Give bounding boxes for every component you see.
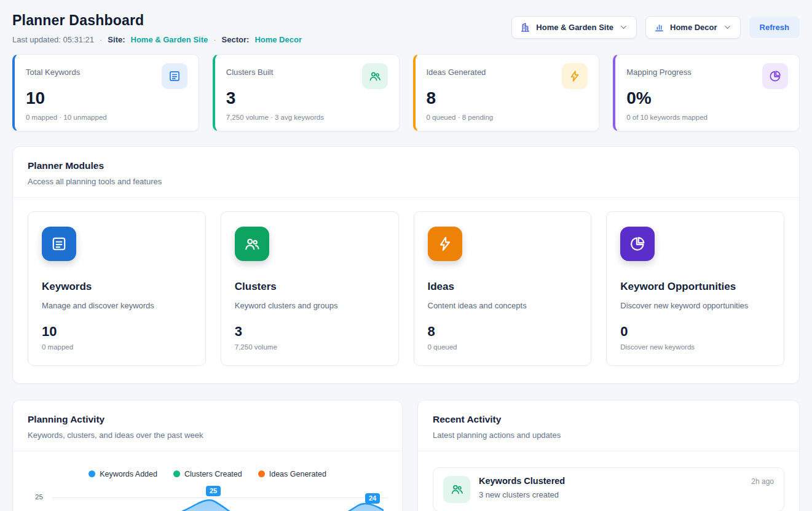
legend-dot-blue: [89, 470, 95, 477]
stat-card-clusters-built[interactable]: Clusters Built 3 7,250 volume · 3 avg ke…: [213, 54, 400, 131]
legend-item-keywords-added[interactable]: Keywords Added: [89, 470, 157, 478]
module-sublabel: 7,250 volume: [235, 343, 385, 351]
card-head: Planning Activity Keywords, clusters, an…: [13, 400, 402, 451]
header-meta: Last updated: 05:31:21 · Site: Home & Ga…: [12, 35, 302, 44]
planner-dashboard-page: Planner Dashboard Last updated: 05:31:21…: [0, 0, 812, 511]
stat-label: Ideas Generated: [427, 63, 486, 77]
meta-separator: ·: [100, 35, 102, 44]
activity-text: Keywords Clustered 3 new clusters create…: [479, 476, 565, 499]
module-value: 8: [428, 324, 578, 340]
activity-item-detail: 3 new clusters created: [479, 490, 565, 499]
refresh-button[interactable]: Refresh: [749, 17, 800, 38]
stat-label: Mapping Progress: [626, 63, 692, 77]
stat-top: Total Keywords: [26, 63, 187, 89]
people-group-icon: [235, 227, 269, 261]
recent-activity-card: Recent Activity Latest planning actions …: [417, 400, 800, 511]
legend-dot-green: [173, 470, 180, 477]
module-card-ideas[interactable]: Ideas Content ideas and concepts 8 0 que…: [414, 211, 592, 366]
stat-label: Clusters Built: [226, 63, 274, 77]
stats-row: Total Keywords 10 0 mapped · 10 unmapped…: [12, 54, 800, 131]
legend-label: Ideas Generated: [269, 470, 326, 478]
stat-card-ideas-generated[interactable]: Ideas Generated 8 0 queued · 8 pending: [413, 54, 600, 131]
activity-item-timestamp: 2h ago: [751, 476, 774, 486]
card-subtitle: Keywords, clusters, and ideas over the p…: [28, 431, 387, 440]
planner-modules-panel: Planner Modules Access all planning tool…: [12, 146, 800, 384]
sector-selector-value: Home Decor: [670, 23, 717, 32]
bottom-row: Planning Activity Keywords, clusters, an…: [12, 400, 800, 511]
stat-value: 3: [226, 89, 388, 108]
module-description: Keyword clusters and groups: [235, 301, 385, 310]
page-title: Planner Dashboard: [12, 12, 302, 29]
stat-detail: 0 queued · 8 pending: [427, 114, 588, 121]
module-sublabel: 0 mapped: [42, 343, 192, 351]
module-title: Clusters: [235, 281, 385, 293]
stat-top: Mapping Progress: [626, 63, 788, 89]
site-link[interactable]: Home & Garden Site: [131, 35, 208, 44]
module-description: Discover new keyword opportunities: [620, 301, 770, 310]
sector-link[interactable]: Home Decor: [254, 35, 302, 44]
y-axis-tick: 25: [35, 493, 43, 501]
panel-subtitle: Access all planning tools and features: [28, 177, 784, 186]
module-value: 10: [42, 324, 192, 340]
panel-title: Planner Modules: [28, 160, 784, 171]
lightning-bolt-icon: [428, 227, 462, 261]
site-selector-value: Home & Garden Site: [536, 23, 613, 32]
module-sublabel: Discover new keywords: [620, 343, 770, 351]
legend-dot-orange: [258, 470, 265, 477]
card-title: Planning Activity: [28, 414, 387, 425]
header-controls: Home & Garden Site Home Decor Refresh: [511, 16, 800, 39]
pie-chart-icon: [620, 227, 655, 261]
data-point-label: 24: [365, 493, 380, 504]
stat-card-mapping-progress[interactable]: Mapping Progress 0% 0 of 10 keywords map…: [613, 54, 800, 131]
stat-value: 8: [427, 89, 588, 108]
building-icon: [520, 22, 530, 33]
planning-activity-card: Planning Activity Keywords, clusters, an…: [12, 400, 403, 511]
panel-head: Planner Modules Access all planning tool…: [13, 147, 799, 198]
legend-label: Keywords Added: [100, 470, 157, 478]
data-point-label: 25: [206, 486, 221, 496]
header-left: Planner Dashboard Last updated: 05:31:21…: [12, 12, 302, 44]
activity-list-item[interactable]: Keywords Clustered 3 new clusters create…: [433, 467, 784, 511]
module-title: Keyword Opportunities: [620, 281, 770, 293]
card-head: Recent Activity Latest planning actions …: [418, 400, 799, 451]
modules-grid: Keywords Manage and discover keywords 10…: [13, 198, 799, 383]
module-value: 0: [620, 324, 770, 340]
stat-value: 0%: [626, 89, 788, 108]
legend-item-clusters-created[interactable]: Clusters Created: [173, 470, 242, 478]
module-card-clusters[interactable]: Clusters Keyword clusters and groups 3 7…: [221, 211, 399, 366]
module-sublabel: 0 queued: [428, 343, 578, 351]
activity-item-title: Keywords Clustered: [479, 476, 565, 486]
site-label: Site:: [108, 35, 125, 44]
chevron-down-icon: [723, 23, 732, 32]
module-title: Ideas: [428, 281, 578, 293]
legend-label: Clusters Created: [184, 470, 242, 478]
stat-detail: 0 mapped · 10 unmapped: [26, 114, 187, 121]
stat-top: Clusters Built: [226, 63, 388, 89]
card-title: Recent Activity: [433, 414, 784, 425]
chart-legend: Keywords Added Clusters Created Ideas Ge…: [13, 470, 402, 478]
document-icon: [42, 227, 76, 261]
module-value: 3: [235, 324, 385, 340]
card-subtitle: Latest planning actions and updates: [433, 431, 784, 440]
module-description: Manage and discover keywords: [42, 301, 192, 310]
meta-separator: ·: [213, 35, 216, 44]
chevron-down-icon: [619, 23, 628, 32]
stat-detail: 7,250 volume · 3 avg keywords: [226, 114, 388, 121]
stat-card-total-keywords[interactable]: Total Keywords 10 0 mapped · 10 unmapped: [12, 54, 199, 131]
module-title: Keywords: [42, 281, 192, 293]
legend-item-ideas-generated[interactable]: Ideas Generated: [258, 470, 326, 478]
pie-chart-icon: [762, 63, 788, 89]
sector-label: Sector:: [222, 35, 250, 44]
site-selector-dropdown[interactable]: Home & Garden Site: [511, 16, 637, 39]
activity-area-chart: 25 25 24: [28, 486, 387, 511]
stat-value: 10: [26, 89, 187, 108]
stat-detail: 0 of 10 keywords mapped: [626, 114, 788, 121]
page-header: Planner Dashboard Last updated: 05:31:21…: [12, 12, 800, 44]
sector-selector-dropdown[interactable]: Home Decor: [645, 16, 741, 39]
stat-top: Ideas Generated: [427, 63, 588, 89]
bar-chart-icon: [654, 22, 664, 33]
people-group-icon: [362, 63, 388, 89]
stat-label: Total Keywords: [26, 63, 80, 77]
module-card-keyword-opportunities[interactable]: Keyword Opportunities Discover new keywo…: [606, 211, 784, 366]
module-card-keywords[interactable]: Keywords Manage and discover keywords 10…: [28, 211, 206, 366]
